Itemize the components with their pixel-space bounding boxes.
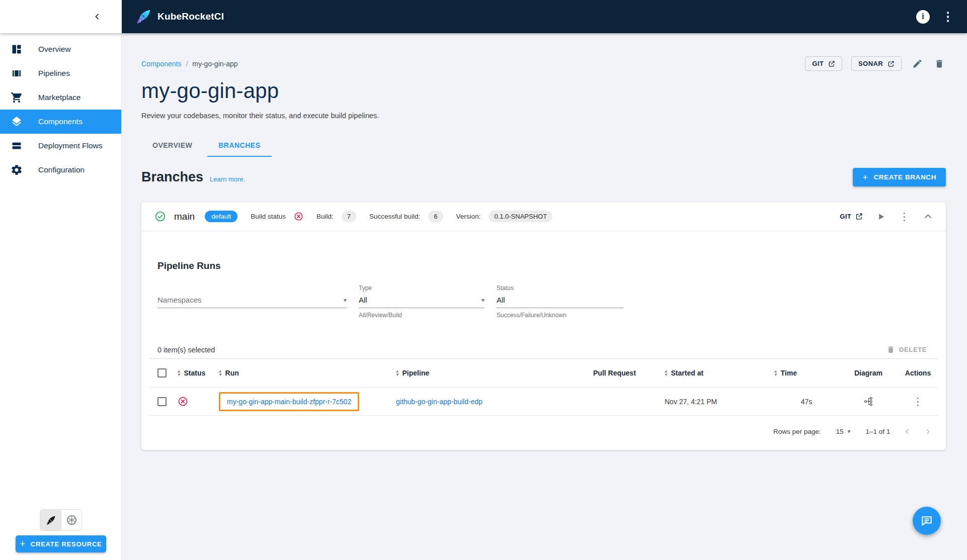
main-content: Components / my-go-gin-app GIT SONAR xyxy=(122,33,967,560)
type-value: All xyxy=(359,296,367,304)
sidebar-item-pipelines[interactable]: Pipelines xyxy=(0,61,121,85)
rocket-icon xyxy=(45,515,56,526)
chat-icon xyxy=(920,514,933,527)
diagram-icon[interactable] xyxy=(863,396,874,407)
column-header-pull-request: Pull Request xyxy=(593,369,665,377)
type-select[interactable]: Type All ▾ All/Review/Build xyxy=(359,285,485,319)
navbar: KubeRocketCI i ⋮ xyxy=(122,0,967,33)
sidebar-header xyxy=(0,0,122,33)
tab-branches[interactable]: BRANCHES xyxy=(207,135,271,157)
status-select[interactable]: Status All Success/Failure/Unknown xyxy=(497,285,623,319)
column-header-started-at[interactable]: ▴▾ Started at xyxy=(665,369,774,377)
sidebar-collapse-button[interactable] xyxy=(90,9,105,24)
plus-icon: + xyxy=(862,173,868,182)
collapse-branch-icon[interactable] xyxy=(923,212,933,221)
sidebar-item-configuration[interactable]: Configuration xyxy=(0,158,121,182)
row-checkbox[interactable] xyxy=(157,397,167,406)
status-value: All xyxy=(497,296,505,304)
column-header-time[interactable]: ▴▾ Time xyxy=(774,369,839,377)
pipelines-icon xyxy=(11,67,23,79)
success-status-icon xyxy=(154,211,166,222)
edit-button[interactable] xyxy=(911,57,924,70)
status-label: Status xyxy=(497,285,623,296)
chat-fab-button[interactable] xyxy=(913,507,941,535)
breadcrumb-components-link[interactable]: Components xyxy=(141,60,181,68)
build-count-badge: 7 xyxy=(342,211,356,222)
version-badge: 0.1.0-SNAPSHOT xyxy=(489,211,552,222)
run-link[interactable]: my-go-gin-app-main-build-zfppr-r-7c502 xyxy=(227,398,351,406)
column-header-pipeline[interactable]: ▴▾ Pipeline xyxy=(396,369,593,377)
delete-selected-button[interactable]: DELETE xyxy=(883,345,930,354)
status-helper-text: Success/Failure/Unknown xyxy=(497,312,623,319)
navbar-kebab-icon[interactable]: ⋮ xyxy=(942,11,954,23)
sidebar-item-deployment-flows[interactable]: Deployment Flows xyxy=(0,134,121,158)
tab-bar: OVERVIEW BRANCHES xyxy=(141,135,946,157)
trigger-build-button[interactable] xyxy=(876,212,885,221)
error-status-icon xyxy=(178,396,188,407)
sidebar-nav: Overview Pipelines Marketplace Component… xyxy=(0,37,121,182)
kubernetes-view-toggle[interactable] xyxy=(61,510,82,530)
dashboard-icon xyxy=(11,43,23,55)
sort-icon[interactable]: ▴▾ xyxy=(219,369,221,377)
delete-component-button[interactable] xyxy=(933,57,946,70)
sort-icon[interactable]: ▴▾ xyxy=(774,369,777,377)
branch-accordion-header[interactable]: main default Build status Build: 7 Succe… xyxy=(141,202,946,231)
row-actions-kebab-icon[interactable]: ⋮ xyxy=(913,396,923,407)
successful-build-count-badge: 6 xyxy=(428,211,443,222)
layers-icon xyxy=(11,116,23,128)
branch-kebab-icon[interactable]: ⋮ xyxy=(899,211,910,222)
learn-more-link[interactable]: Learn more. xyxy=(210,175,245,183)
sort-icon[interactable]: ▴▾ xyxy=(178,369,180,377)
sidebar-item-marketplace[interactable]: Marketplace xyxy=(0,85,121,110)
successful-build-label: Successful build: xyxy=(369,213,420,220)
breadcrumb-separator: / xyxy=(186,60,188,68)
column-header-status[interactable]: ▴▾ Status xyxy=(178,369,219,377)
branch-card: main default Build status Build: 7 Succe… xyxy=(141,202,946,450)
version-label: Version: xyxy=(456,213,481,220)
kuberocketci-view-toggle[interactable] xyxy=(40,510,61,530)
namespaces-value: Namespaces xyxy=(157,296,202,304)
type-helper-text: All/Review/Build xyxy=(359,312,485,319)
create-branch-label: CREATE BRANCH xyxy=(873,173,936,181)
pencil-icon xyxy=(912,58,923,69)
create-branch-button[interactable]: + CREATE BRANCH xyxy=(853,168,946,186)
brand-name: KubeRocketCI xyxy=(157,11,224,22)
pipeline-runs-filters: Namespaces ▾ Type All ▾ All/Review/Build xyxy=(157,285,938,319)
create-resource-button[interactable]: + CREATE RESOURCE xyxy=(16,535,106,552)
sidebar-item-label: Overview xyxy=(38,45,71,54)
sidebar-item-label: Components xyxy=(38,117,83,126)
sort-icon[interactable]: ▴▾ xyxy=(396,369,398,377)
namespaces-select[interactable]: Namespaces ▾ xyxy=(157,285,347,319)
sonar-button[interactable]: SONAR xyxy=(851,56,902,71)
next-page-button[interactable]: › xyxy=(926,426,930,437)
rows-icon xyxy=(11,140,23,152)
branches-heading: Branches xyxy=(141,169,203,185)
external-link-icon xyxy=(888,60,895,67)
app-top-bar: KubeRocketCI i ⋮ xyxy=(0,0,967,33)
sort-icon[interactable]: ▴▾ xyxy=(665,369,667,377)
breadcrumb: Components / my-go-gin-app xyxy=(141,60,238,68)
branch-git-link[interactable]: GIT xyxy=(840,213,863,220)
caret-down-icon: ▾ xyxy=(344,297,347,304)
rows-per-page-value: 15 xyxy=(836,428,843,435)
sidebar-item-components[interactable]: Components xyxy=(0,110,121,134)
sidebar-item-overview[interactable]: Overview xyxy=(0,37,121,61)
column-header-run[interactable]: ▴▾ Run xyxy=(219,369,396,377)
delete-label: DELETE xyxy=(899,346,927,353)
rows-per-page-select[interactable]: 15 ▾ xyxy=(836,428,850,435)
git-button[interactable]: GIT xyxy=(805,56,842,71)
table-row: my-go-gin-app-main-build-zfppr-r-7c502 g… xyxy=(149,388,938,416)
page-actions: GIT SONAR xyxy=(805,56,946,71)
rows-per-page-label: Rows per page: xyxy=(773,428,821,435)
sidebar-item-label: Configuration xyxy=(38,165,85,174)
pipeline-link[interactable]: github-go-gin-app-build-edp xyxy=(396,398,482,406)
sidebar-item-label: Pipelines xyxy=(38,69,70,78)
info-icon[interactable]: i xyxy=(916,10,930,24)
gear-icon xyxy=(11,164,23,176)
previous-page-button[interactable]: ‹ xyxy=(905,426,909,437)
pagination-range-text: 1–1 of 1 xyxy=(866,428,891,435)
select-all-checkbox[interactable] xyxy=(157,368,167,378)
tab-overview[interactable]: OVERVIEW xyxy=(141,135,203,157)
brand[interactable]: KubeRocketCI xyxy=(135,8,224,25)
page-subtitle: Review your codebases, monitor their sta… xyxy=(141,112,946,120)
